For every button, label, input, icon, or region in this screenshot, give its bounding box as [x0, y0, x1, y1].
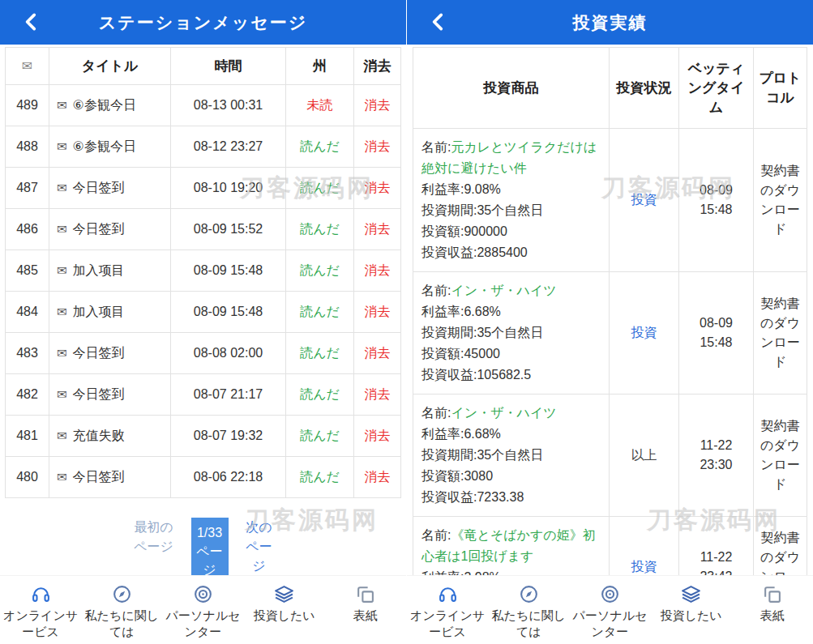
- col-title: タイトル: [49, 48, 171, 85]
- envelope-icon: ✉: [57, 139, 67, 153]
- invest-link[interactable]: 投資: [631, 326, 657, 339]
- delete-button[interactable]: 消去: [354, 85, 401, 126]
- message-title[interactable]: ✉今日签到: [49, 457, 171, 498]
- message-state: 読んだ: [286, 292, 354, 333]
- investment-product: 名前:イン・ザ・ハイツ 利益率:6.68% 投資期間:35个自然日 投資額:45…: [413, 272, 610, 395]
- contract-download-link[interactable]: 契約書のダウンロード: [754, 129, 807, 272]
- betting-time: 08-09 15:48: [679, 272, 754, 395]
- envelope-icon: ✉: [57, 222, 67, 236]
- delete-button[interactable]: 消去: [354, 168, 401, 209]
- message-title[interactable]: ✉充值失败: [49, 416, 171, 457]
- message-state: 読んだ: [286, 126, 354, 168]
- table-row: 486 ✉今日签到 08-09 15:52 読んだ 消去: [6, 209, 401, 250]
- message-time: 08-09 15:48: [171, 250, 286, 292]
- table-row: 481 ✉充值失败 08-07 19:32 読んだ 消去: [6, 416, 401, 457]
- compass-icon: [519, 583, 539, 605]
- next-page-button[interactable]: 次のページ: [243, 518, 276, 576]
- nav-invest[interactable]: 投資したい: [651, 583, 732, 624]
- layers-icon: [681, 583, 701, 605]
- col-time: 時間: [171, 48, 286, 85]
- bottom-nav: オンラインサービス 私たちに関しては パーソナルセンター 投資したい 表紙: [407, 575, 813, 644]
- back-button[interactable]: [426, 11, 451, 35]
- message-id: 489: [6, 85, 49, 126]
- message-state: 読んだ: [286, 374, 354, 416]
- message-state: 未読: [286, 85, 354, 126]
- invest-link[interactable]: 投資: [631, 193, 657, 207]
- message-state: 読んだ: [286, 209, 354, 250]
- col-state: 州: [286, 48, 354, 85]
- message-time: 08-12 23:27: [171, 126, 286, 168]
- investment-product: 名前:元カレとツイラクだけは絶対に避けたい件 利益率:9.08% 投資期間:35…: [413, 129, 610, 272]
- table-row: 482 ✉今日签到 08-07 21:17 読んだ 消去: [6, 374, 401, 416]
- envelope-icon: ✉: [57, 346, 67, 360]
- message-time: 08-10 19:20: [171, 168, 286, 209]
- envelope-icon: ✉: [57, 470, 67, 484]
- delete-button[interactable]: 消去: [354, 333, 401, 374]
- contract-download-link[interactable]: 契約書のダウンロード: [754, 272, 807, 395]
- target-icon: [600, 583, 620, 605]
- message-table: ✉ タイトル 時間 州 消去 489 ✉⑥参観今日 08-13 00:31 未読…: [5, 47, 401, 498]
- message-title[interactable]: ✉今日签到: [49, 168, 171, 209]
- message-time: 08-08 02:00: [171, 333, 286, 374]
- compass-icon: [112, 583, 132, 605]
- delete-button[interactable]: 消去: [354, 374, 401, 416]
- table-header-row: 投資商品 投資状況 ベッティングタイム プロトコル: [413, 48, 807, 129]
- nav-about-us[interactable]: 私たちに関しては: [488, 583, 569, 641]
- back-button[interactable]: [19, 11, 44, 35]
- nav-online-service[interactable]: オンラインサービス: [407, 583, 488, 641]
- nav-invest[interactable]: 投資したい: [244, 583, 325, 624]
- message-title[interactable]: ✉加入项目: [49, 250, 171, 292]
- nav-about-us[interactable]: 私たちに関しては: [81, 583, 162, 641]
- nav-cover[interactable]: 表紙: [732, 583, 813, 624]
- table-row: 489 ✉⑥参観今日 08-13 00:31 未読 消去: [6, 85, 401, 126]
- message-state: 読んだ: [286, 168, 354, 209]
- message-title[interactable]: ✉今日签到: [49, 209, 171, 250]
- product-name: 名前:《竜とそばかすの姫》初心者は1回投げます: [421, 525, 601, 567]
- delete-button[interactable]: 消去: [354, 416, 401, 457]
- table-row: 485 ✉加入项目 08-09 15:48 読んだ 消去: [6, 250, 401, 292]
- message-title[interactable]: ✉⑥参観今日: [49, 126, 171, 168]
- message-title[interactable]: ✉⑥参観今日: [49, 85, 171, 126]
- delete-button[interactable]: 消去: [354, 250, 401, 292]
- first-page-button[interactable]: 最初のページ: [131, 518, 177, 557]
- page-title: 投資実績: [573, 11, 648, 34]
- product-amount: 投資額:3080: [421, 466, 601, 487]
- message-title[interactable]: ✉加入项目: [49, 292, 171, 333]
- col-delete: 消去: [354, 48, 401, 85]
- nav-label: 私たちに関しては: [81, 608, 162, 641]
- message-id: 485: [6, 250, 49, 292]
- nav-personal-center[interactable]: パーソナルセンター: [569, 583, 650, 641]
- betting-time: 08-09 15:48: [679, 129, 754, 272]
- delete-button[interactable]: 消去: [354, 209, 401, 250]
- copy-icon: [355, 583, 375, 605]
- message-id: 486: [6, 209, 49, 250]
- copy-icon: [762, 583, 782, 605]
- right-app-header: 投資実績: [407, 0, 813, 45]
- product-amount: 投資額:900000: [421, 221, 601, 242]
- invest-link[interactable]: 投資: [631, 560, 657, 574]
- delete-button[interactable]: 消去: [354, 292, 401, 333]
- nav-label: 表紙: [760, 608, 785, 624]
- delete-button[interactable]: 消去: [354, 457, 401, 498]
- product-income: 投資収益:7233.38: [421, 487, 601, 508]
- investment-status: 以上: [610, 395, 679, 517]
- investment-status: 投資: [610, 129, 679, 272]
- message-title[interactable]: ✉今日签到: [49, 333, 171, 374]
- contract-download-link[interactable]: 契約書のダウンロード: [754, 395, 807, 517]
- headset-icon: [31, 583, 51, 605]
- nav-cover[interactable]: 表紙: [325, 583, 406, 624]
- nav-online-service[interactable]: オンラインサービス: [0, 583, 81, 641]
- message-time: 08-13 00:31: [171, 85, 286, 126]
- product-profit: 利益率:6.68%: [421, 301, 601, 322]
- message-title[interactable]: ✉今日签到: [49, 374, 171, 416]
- dual-screenshot: ステーションメッセージ ✉ タイトル 時間 州 消去 489 ✉⑥参観今日 08…: [0, 0, 813, 644]
- station-message-panel: ステーションメッセージ ✉ タイトル 時間 州 消去 489 ✉⑥参観今日 08…: [0, 0, 406, 644]
- back-icon: [428, 11, 449, 32]
- product-name: 名前:イン・ザ・ハイツ: [421, 403, 601, 424]
- delete-button[interactable]: 消去: [354, 126, 401, 168]
- nav-personal-center[interactable]: パーソナルセンター: [162, 583, 243, 641]
- table-row: 480 ✉今日签到 08-06 22:18 読んだ 消去: [6, 457, 401, 498]
- nav-label: オンラインサービス: [407, 608, 488, 641]
- table-row: 484 ✉加入项目 08-09 15:48 読んだ 消去: [6, 292, 401, 333]
- nav-label: パーソナルセンター: [569, 608, 650, 641]
